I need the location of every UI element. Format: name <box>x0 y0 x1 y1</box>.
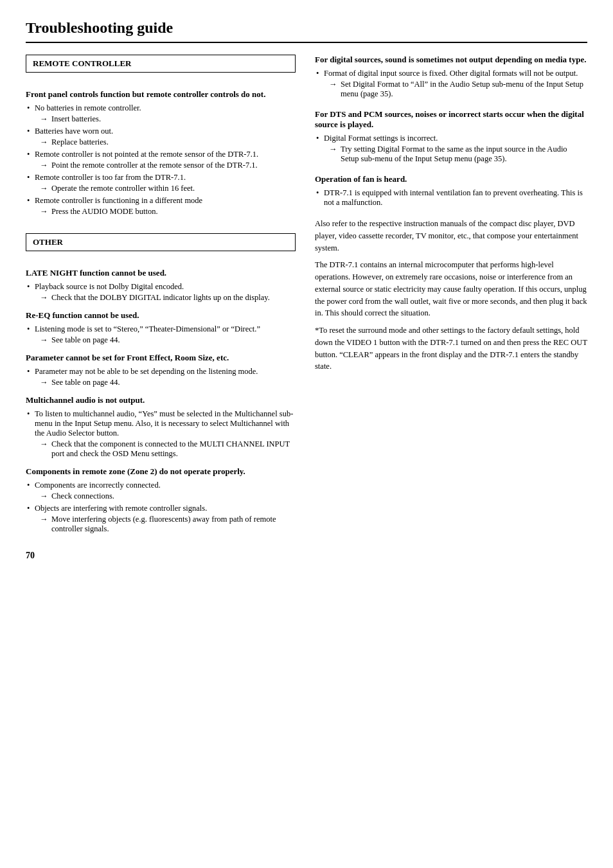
list-item: Move interfering objects (e.g. fluoresce… <box>35 515 296 534</box>
late-night-title: LATE NIGHT function cannot be used. <box>26 268 296 278</box>
list-item: Format of digital input source is fixed.… <box>315 69 587 99</box>
zone2-bullets: Components are incorrectly connected. Ch… <box>26 481 296 534</box>
fan-title: Operation of fan is heard. <box>315 174 587 184</box>
parameter-bullets: Parameter may not be able to be set depe… <box>26 367 296 387</box>
page-title: Troubleshooting guide <box>26 19 587 43</box>
multichannel-title: Multichannel audio is not output. <box>26 395 296 405</box>
page-number: 70 <box>26 551 587 561</box>
multichannel-bullets: To listen to multichannel audio, “Yes” m… <box>26 409 296 459</box>
re-eq-bullets: Listening mode is set to “Stereo,” “Thea… <box>26 324 296 345</box>
list-item: Remote controller is functioning in a di… <box>26 196 296 217</box>
digital-sources-title: For digital sources, sound is sometimes … <box>315 55 587 65</box>
list-item: Point the remote controller at the remot… <box>35 161 296 170</box>
dts-pcm-title: For DTS and PCM sources, noises or incor… <box>315 109 587 130</box>
list-item: Insert batteries. <box>35 114 296 124</box>
paragraph-3: *To reset the surround mode and other se… <box>315 324 587 373</box>
dts-pcm-section: For DTS and PCM sources, noises or incor… <box>315 109 587 164</box>
list-item: To listen to multichannel audio, “Yes” m… <box>26 409 296 459</box>
list-item: Listening mode is set to “Stereo,” “Thea… <box>26 324 296 345</box>
list-item: Remote controller is too far from the DT… <box>26 173 296 193</box>
zone2-title: Components in remote zone (Zone 2) do no… <box>26 466 296 477</box>
other-box: OTHER <box>26 233 296 251</box>
list-item: Press the AUDIO MODE button. <box>35 207 296 217</box>
list-item: Operate the remote controller within 16 … <box>35 184 296 193</box>
paragraph-2: The DTR-7.1 contains an internal microco… <box>315 259 587 319</box>
remote-controller-box: REMOTE CONTROLLER <box>26 55 296 73</box>
front-panel-bullets: No batteries in remote controller. Inser… <box>26 103 296 217</box>
list-item: Check that the component is connected to… <box>35 439 296 459</box>
remote-controller-label: REMOTE CONTROLLER <box>33 58 132 68</box>
list-item: Digital Format settings is incorrect. Tr… <box>315 134 587 164</box>
other-label: OTHER <box>33 237 63 247</box>
right-column: For digital sources, sound is sometimes … <box>315 55 587 538</box>
digital-sources-section: For digital sources, sound is sometimes … <box>315 55 587 99</box>
left-column: REMOTE CONTROLLER Front panel controls f… <box>26 55 296 538</box>
list-item: Playback source is not Dolby Digital enc… <box>26 282 296 303</box>
paragraph-1: Also refer to the respective instruction… <box>315 218 587 254</box>
fan-section: Operation of fan is heard. DTR-7.1 is eq… <box>315 174 587 208</box>
re-eq-title: Re-EQ function cannot be used. <box>26 310 296 321</box>
late-night-bullets: Playback source is not Dolby Digital enc… <box>26 282 296 303</box>
list-item: See table on page 44. <box>35 378 296 387</box>
list-item: Check that the DOLBY DIGITAL indicator l… <box>35 293 296 303</box>
front-panel-title: Front panel controls function but remote… <box>26 89 296 100</box>
parameter-title: Parameter cannot be set for Front Effect… <box>26 353 296 363</box>
list-item: Set Digital Format to “All” in the Audio… <box>324 80 587 99</box>
list-item: See table on page 44. <box>35 335 296 345</box>
list-item: Check connections. <box>35 492 296 501</box>
list-item: DTR-7.1 is equipped with internal ventil… <box>315 188 587 208</box>
list-item: No batteries in remote controller. Inser… <box>26 103 296 124</box>
list-item: Objects are interfering with remote cont… <box>26 504 296 534</box>
list-item: Replace batteries. <box>35 137 296 147</box>
list-item: Components are incorrectly connected. Ch… <box>26 481 296 501</box>
list-item: Remote controller is not pointed at the … <box>26 150 296 170</box>
list-item: Batteries have worn out. Replace batteri… <box>26 127 296 147</box>
list-item: Parameter may not be able to be set depe… <box>26 367 296 387</box>
list-item: Try setting Digital Format to the same a… <box>324 145 587 164</box>
